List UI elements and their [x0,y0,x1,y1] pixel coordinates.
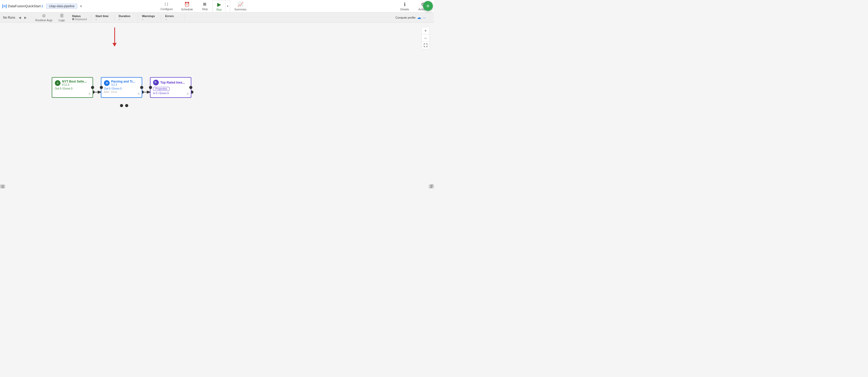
warnings-value: – [142,18,144,21]
right-trigger-panel[interactable]: Show outbound triggers (0) [429,184,434,188]
run-indicator-arrow [113,27,117,47]
fit-icon [424,44,427,47]
sink-node-left-connector [149,86,152,89]
error-badge-label: Error [112,91,117,93]
run-icon: ▶ [217,1,221,7]
schedule-icon: ⏰ [184,2,190,7]
warnings-info: Warnings – [138,14,161,21]
run-label: Run [216,8,222,11]
transform-node-menu-icon[interactable]: ≡ [137,92,140,96]
source-node-icon: ≡ [55,80,61,86]
right-trigger-label: Show outbound triggers (0) [430,184,433,188]
properties-button[interactable]: Properties [153,87,169,91]
sink-node-stats: In 0 / Errors 0 [153,92,188,95]
add-fab-button[interactable]: + [423,1,433,11]
transform-node-icon: ⊞ [104,80,110,86]
tab-bar: cdap-data-pipeline + [46,4,84,9]
zoom-controls: + – [422,27,430,49]
info-icon[interactable]: ℹ [42,4,43,8]
sink-node-right-connector [189,86,192,89]
summary-label: Summary [234,8,246,11]
logs-icon: ☰ [60,13,64,18]
errors-info: Errors – [161,14,184,21]
nav-arrows: ◀ ▶ [17,15,28,20]
summary-icon: 📈 [238,2,243,7]
warnings-label: Warnings [142,14,155,18]
source-node-header: ≡ NYT Best Selle... 0.11.3 [55,80,90,86]
compute-profile: Compute profile ☁ — [395,15,431,20]
sink-node[interactable]: 🔍 Top Rated Inex... Properties In 0 / Er… [150,77,191,98]
zoom-fit-button[interactable] [422,42,430,49]
transform-node-version: 3.2.3 [111,83,135,86]
errors-value: – [165,18,167,21]
source-node-stats: Out 0 / Errors 0 [55,87,90,90]
source-node-menu-icon[interactable]: ≡ [88,92,91,96]
top-toolbar: |≡| DataFusionQuickStart ℹ cdap-data-pip… [0,0,434,12]
configure-label: Configure [161,7,173,10]
no-runs-label: No Runs [3,16,15,20]
sink-node-menu-icon[interactable]: ≡ [187,92,189,96]
transform-node-left-connector [100,86,103,89]
sink-node-title: Top Rated Inex... [160,81,185,84]
source-node-right-connector [91,86,94,89]
logs-label: Logs [59,19,65,22]
run-info-bar: No Runs ◀ ▶ ⊙ Runtime Args ☰ Logs Status… [0,12,434,23]
app-title: DataFusionQuickStart [8,4,40,8]
duration-label: Duration [119,14,130,18]
source-node[interactable]: ≡ NYT Best Selle... 0.11.3 Out 0 / Error… [52,77,93,98]
run-group: ▶ Run ▾ [213,0,230,12]
transform-node-badges: Alert Error [104,91,139,93]
left-trigger-label: Show inbound triggers (0) [1,185,4,188]
transform-node-right-connector [140,86,143,89]
errors-label: Errors [165,14,174,18]
configure-button[interactable]: ⫶⫶ Configure [156,1,177,12]
add-tab-button[interactable]: + [79,4,84,9]
configure-icon: ⫶⫶ [164,2,169,7]
schedule-button[interactable]: ⏰ Schedule [177,1,197,12]
canvas-area: Show inbound triggers (0) Show outbound … [0,23,434,188]
runtime-args-icon: ⊙ [42,13,45,18]
toolbar-center: ⫶⫶ Configure ⏰ Schedule ⏹ Stop ▶ Run ▾ 📈… [156,0,251,12]
prev-run-button[interactable]: ◀ [17,15,23,20]
schedule-label: Schedule [181,8,193,11]
start-time-label: Start time [95,14,108,18]
alert-badge-label: Alert [104,91,110,93]
stop-label: Stop [202,7,208,10]
zoom-in-button[interactable]: + [422,27,430,34]
svg-point-8 [125,104,128,107]
logs-button[interactable]: ☰ Logs [56,13,68,22]
compute-profile-link[interactable]: — [423,16,426,19]
next-run-button[interactable]: ▶ [23,15,28,20]
left-trigger-panel[interactable]: Show inbound triggers (0) [0,184,5,188]
connection-lines [0,23,434,188]
run-button[interactable]: ▶ Run [213,0,225,12]
app-logo: |≡| DataFusionQuickStart ℹ [2,4,43,8]
summary-button[interactable]: 📈 Summary [230,1,251,12]
stop-button[interactable]: ⏹ Stop [197,1,213,12]
stop-icon: ⏹ [203,2,207,7]
svg-point-7 [120,104,123,107]
sink-node-icon: 🔍 [153,80,159,85]
toolbar-right: ℹ Details ⚙ Actions + [396,1,432,12]
red-arrow-line [114,27,115,43]
duration-info: Duration – [115,14,138,21]
run-dropdown-button[interactable]: ▾ [225,0,230,12]
transform-node-title: Parsing and Tr... [111,80,135,83]
status-info: Status Deployed [68,14,91,21]
compute-profile-label: Compute profile [395,16,415,19]
details-icon: ℹ [404,2,406,7]
red-arrow-head [113,43,117,47]
runtime-args-label: Runtime Args [35,19,53,22]
cloud-icon: ☁ [417,15,421,20]
logo-icon: |≡| [2,4,7,8]
status-label: Status [72,14,81,18]
runtime-args-button[interactable]: ⊙ Runtime Args [32,13,56,22]
details-button[interactable]: ℹ Details [396,1,413,12]
details-label: Details [400,8,409,11]
sink-node-header: 🔍 Top Rated Inex... [153,80,188,85]
pipeline-tab[interactable]: cdap-data-pipeline [46,4,77,9]
zoom-out-button[interactable]: – [422,34,430,42]
status-value: Deployed [72,18,87,21]
transform-node[interactable]: ⊞ Parsing and Tr... 3.2.3 Out 0 / Errors… [101,77,142,98]
start-time-info: Start time – [91,14,115,21]
